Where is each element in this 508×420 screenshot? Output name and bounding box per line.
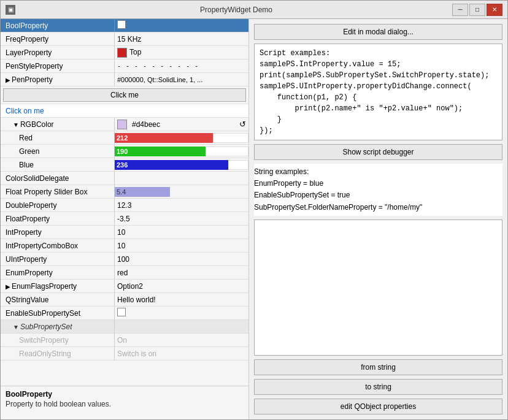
prop-value-rgb: #d4beec ↺ [115, 118, 248, 131]
green-bar: 190 [115, 147, 206, 156]
click-me-row: Click me [1, 86, 248, 104]
prop-value-green[interactable]: 190 [115, 145, 248, 158]
prop-value-uint: 100 [115, 254, 248, 265]
prop-row-red[interactable]: Red 212 [1, 131, 248, 145]
minimize-button[interactable]: ─ [452, 4, 468, 16]
rgb-reset-icon[interactable]: ↺ [239, 120, 246, 129]
float-bar-container: 5.4 [115, 187, 248, 197]
prop-row-bool[interactable]: BoolProperty [1, 19, 248, 32]
prop-row-green[interactable]: Green 190 [1, 145, 248, 158]
edit-qobject-button[interactable]: edit QObject properties [254, 399, 502, 414]
script-line-6: } [260, 114, 497, 125]
prop-name-switch: SwitchProperty [1, 335, 114, 346]
click-on-me-link[interactable]: Click on me [1, 105, 49, 116]
prop-row-readonly[interactable]: ReadOnlyString Switch is on [1, 347, 248, 361]
blue-bar-container: 236 [115, 160, 248, 170]
prop-row-intcombo[interactable]: IntPropertyComboBox 10 [1, 239, 248, 253]
prop-row-rgb[interactable]: ▼RGBColor #d4beec ↺ [1, 118, 248, 131]
prop-name-enum: EnumProperty [1, 267, 114, 278]
prop-value-int: 10 [115, 227, 248, 238]
prop-row-freq[interactable]: FreqProperty 15 KHz [1, 32, 248, 46]
edit-modal-button[interactable]: Edit in modal dialog... [254, 24, 502, 40]
bool-checkbox[interactable] [117, 20, 126, 29]
from-string-button[interactable]: from string [254, 359, 502, 375]
prop-row-int[interactable]: IntProperty 10 [1, 226, 248, 239]
window-icon: ▣ [6, 5, 15, 15]
prop-row-uint[interactable]: UIntProperty 100 [1, 253, 248, 266]
prop-value-enum: red [115, 267, 248, 278]
prop-name-enablesub: EnableSubPropertySet [1, 308, 114, 319]
prop-row-float[interactable]: FloatProperty -3.5 [1, 212, 248, 226]
window-title: PropertyWidget Demo [20, 6, 452, 14]
property-table[interactable]: BoolProperty FreqProperty 15 KHz LayerPr… [1, 19, 248, 386]
maximize-button[interactable]: □ [469, 4, 485, 16]
prop-row-penstyle[interactable]: PenStyleProperty - - - - - - - - - - [1, 59, 248, 73]
prop-row-link[interactable]: Click on me [1, 104, 248, 118]
main-content: BoolProperty FreqProperty 15 KHz LayerPr… [1, 19, 507, 419]
script-line-1: samplePS.IntProperty.value = 15; [260, 59, 497, 70]
rgb-color-swatch [117, 120, 127, 129]
empty-text-area[interactable] [254, 220, 502, 356]
prop-value-switch: On [115, 335, 248, 346]
prop-row-enablesub[interactable]: EnableSubPropertySet [1, 307, 248, 320]
main-window: ▣ PropertyWidget Demo ─ □ ✕ BoolProperty [0, 0, 508, 420]
prop-row-floatslider[interactable]: Float Property Slider Box 5.4 [1, 185, 248, 199]
script-examples-area: Script examples: samplePS.IntProperty.va… [254, 44, 502, 140]
title-bar: ▣ PropertyWidget Demo ─ □ ✕ [1, 1, 507, 19]
prop-value-freq: 15 KHz [115, 34, 248, 45]
prop-name-freq: FreqProperty [1, 34, 114, 45]
prop-value-bool [115, 19, 241, 32]
prop-name-floatslider: Float Property Slider Box [1, 186, 114, 197]
string-line-2: EnableSubPropertySet = true [254, 189, 502, 201]
prop-name-colorsolid: ColorSolidDelegate [1, 173, 114, 184]
prop-value-subpropset [115, 326, 248, 328]
green-bar-container: 190 [115, 147, 248, 156]
prop-name-layer: LayerProperty [1, 47, 114, 58]
prop-value-layer: Top [115, 47, 248, 59]
prop-name-double: DoubleProperty [1, 200, 114, 211]
prop-value-colorsolid [115, 177, 248, 180]
prop-name-float: FloatProperty [1, 213, 114, 224]
rgb-arrow-icon: ▼ [13, 121, 19, 128]
prop-row-layer[interactable]: LayerProperty Top [1, 46, 248, 59]
prop-row-switch[interactable]: SwitchProperty On [1, 334, 248, 347]
show-debugger-button[interactable]: Show script debugger [254, 144, 502, 160]
prop-value-blue[interactable]: 236 [115, 159, 248, 171]
click-me-button[interactable]: Click me [3, 88, 246, 102]
prop-name-int: IntProperty [1, 227, 114, 238]
prop-value-enumflags: Option2 [115, 281, 248, 292]
prop-value-red[interactable]: 212 [115, 132, 248, 144]
prop-row-subpropset[interactable]: ▼SubPropertySet [1, 320, 248, 334]
prop-name-rgb: ▼RGBColor [1, 119, 114, 130]
prop-value-readonly: Switch is on [115, 348, 248, 359]
string-line-1: EnumProperty = blue [254, 178, 502, 189]
prop-value-float: -3.5 [115, 213, 248, 224]
prop-value-intcombo: 10 [115, 240, 248, 251]
prop-row-qstring[interactable]: QStringValue Hello world! [1, 293, 248, 307]
info-bar-description: Property to hold boolean values. [6, 400, 244, 408]
prop-name-bool: BoolProperty [1, 20, 114, 31]
prop-row-colorsolid[interactable]: ColorSolidDelegate [1, 172, 248, 185]
info-bar-title: BoolProperty [6, 390, 244, 399]
prop-row-pen[interactable]: ▶PenProperty #000000, Qt::SolidLine, 1, … [1, 73, 248, 86]
prop-value-qstring: Hello world! [115, 294, 248, 305]
string-examples-area: String examples: EnumProperty = blue Ena… [254, 164, 502, 216]
prop-row-enumflags[interactable]: ▶EnumFlagsProperty Option2 [1, 280, 248, 293]
prop-name-enumflags: ▶EnumFlagsProperty [1, 281, 114, 292]
info-bar: BoolProperty Property to hold boolean va… [1, 386, 248, 419]
enablesub-checkbox[interactable] [117, 308, 126, 316]
prop-row-double[interactable]: DoubleProperty 12.3 [1, 199, 248, 212]
prop-name-penstyle: PenStyleProperty [1, 61, 114, 72]
string-label: String examples: [254, 166, 502, 178]
prop-value-enablesub [115, 307, 248, 319]
prop-row-blue[interactable]: Blue 236 [1, 158, 248, 172]
prop-name-intcombo: IntPropertyComboBox [1, 240, 114, 251]
prop-name-subpropset: ▼SubPropertySet [1, 321, 114, 332]
float-bar: 5.4 [115, 187, 170, 197]
blue-bar: 236 [115, 160, 228, 170]
script-line-4: function(p1, p2) { [260, 92, 497, 103]
prop-row-enum[interactable]: EnumProperty red [1, 266, 248, 280]
to-string-button[interactable]: to string [254, 379, 502, 395]
prop-value-floatslider[interactable]: 5.4 [115, 186, 248, 198]
close-button[interactable]: ✕ [487, 4, 502, 16]
